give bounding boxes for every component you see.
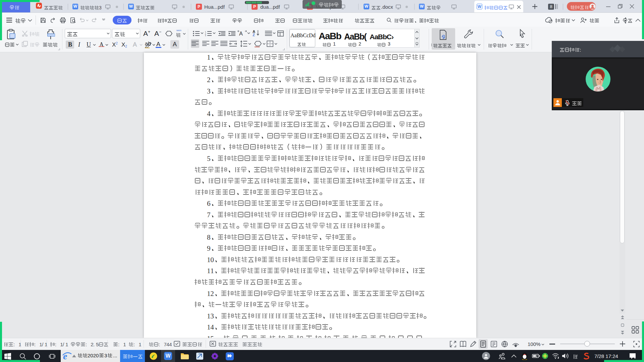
svg-text:4: 4 bbox=[169, 342, 172, 347]
svg-text:/: / bbox=[63, 342, 64, 347]
svg-text:2: 2 bbox=[210, 290, 214, 297]
svg-text:/: / bbox=[42, 342, 44, 347]
svg-text:1: 1 bbox=[123, 342, 126, 347]
svg-text::: : bbox=[133, 342, 135, 347]
svg-text::: : bbox=[118, 342, 119, 347]
svg-text:5: 5 bbox=[207, 155, 211, 162]
svg-text:3: 3 bbox=[210, 312, 214, 319]
svg-text:2: 2 bbox=[207, 76, 211, 83]
svg-text:9: 9 bbox=[207, 245, 211, 252]
svg-text:3: 3 bbox=[205, 35, 206, 36]
svg-text:0: 0 bbox=[210, 256, 214, 263]
svg-text::: : bbox=[34, 342, 36, 347]
svg-text:3: 3 bbox=[99, 5, 101, 10]
svg-text:1: 1 bbox=[207, 267, 211, 274]
svg-text:1: 1 bbox=[207, 54, 211, 61]
svg-text::: : bbox=[13, 342, 15, 347]
svg-text:8: 8 bbox=[207, 234, 211, 241]
svg-text:5: 5 bbox=[96, 342, 99, 347]
svg-text:1: 1 bbox=[207, 256, 211, 263]
svg-text::: : bbox=[159, 342, 160, 347]
svg-text:1: 1 bbox=[207, 323, 211, 330]
svg-text:4: 4 bbox=[210, 323, 214, 330]
svg-text::: : bbox=[580, 47, 581, 52]
svg-text:6: 6 bbox=[207, 200, 211, 207]
svg-text:1: 1 bbox=[139, 342, 141, 347]
svg-text:4: 4 bbox=[207, 110, 211, 117]
svg-text::: : bbox=[86, 342, 87, 347]
svg-text:1: 1 bbox=[207, 290, 211, 297]
svg-text::: : bbox=[55, 342, 56, 347]
svg-text:3: 3 bbox=[207, 87, 211, 95]
svg-text:1: 1 bbox=[207, 312, 211, 319]
svg-text:.: . bbox=[93, 342, 95, 347]
svg-text:7: 7 bbox=[207, 211, 211, 218]
svg-text:1: 1 bbox=[65, 342, 68, 347]
svg-text:1: 1 bbox=[210, 267, 214, 274]
